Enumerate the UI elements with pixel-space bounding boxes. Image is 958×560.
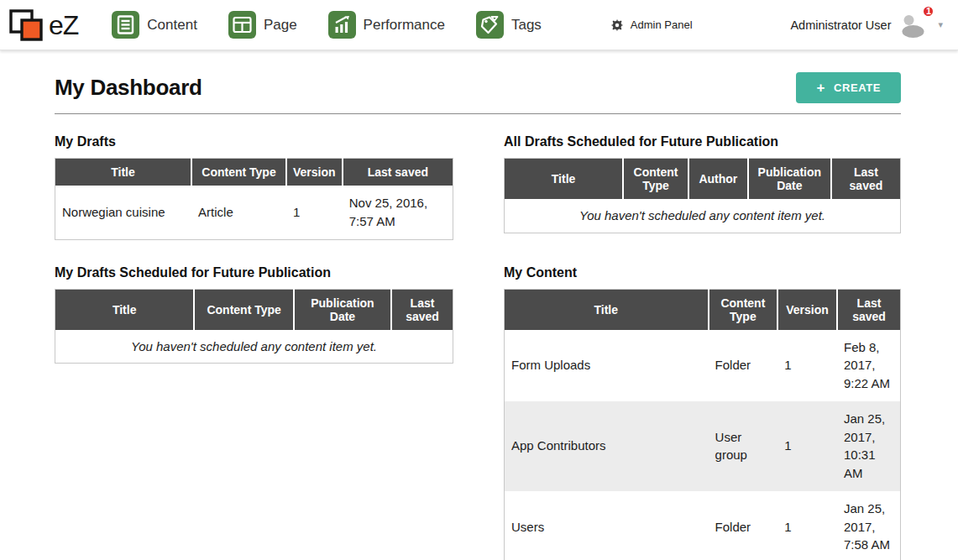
user-menu[interactable]: Administrator User 1 ▾ [790, 13, 943, 38]
column-header-title: Title [505, 159, 624, 200]
table-row[interactable]: UsersFolder1Jan 25, 2017, 7:58 AM [505, 491, 901, 560]
column-header-version: Version [286, 159, 343, 186]
plus-icon: + [816, 82, 825, 94]
table-row[interactable]: Norwegian cuisineArticle1Nov 25, 2016, 7… [55, 186, 453, 239]
cell: Folder [709, 491, 778, 560]
cell: Jan 25, 2017, 10:31 AM [837, 401, 901, 491]
create-button[interactable]: + CREATE [796, 72, 901, 103]
column-header-content-type: Content Type [194, 289, 294, 330]
section-title: My Drafts Scheduled for Future Publicati… [55, 265, 453, 280]
page-title: My Dashboard [55, 75, 202, 101]
cell: Folder [709, 330, 778, 401]
cell: Article [191, 186, 286, 239]
column-header-last-saved: Last saved [343, 159, 453, 186]
section-title: All Drafts Scheduled for Future Publicat… [504, 134, 901, 149]
user-avatar-icon: 1 [899, 13, 929, 38]
nav-item-label: Tags [511, 17, 542, 34]
column-header-author: Author [688, 159, 748, 200]
content-icon [112, 11, 139, 39]
nav-item-performance[interactable]: Performance [328, 11, 445, 39]
my-drafts-scheduled-table: TitleContent TypePublication DateLast sa… [55, 289, 453, 364]
notification-badge[interactable]: 1 [922, 5, 934, 18]
main-navigation: Content Page Per [112, 11, 542, 39]
cell: Feb 8, 2017, 9:22 AM [837, 330, 901, 401]
section-my-drafts-scheduled: My Drafts Scheduled for Future Publicati… [55, 265, 453, 364]
cell: 1 [777, 491, 837, 560]
column-header-content-type: Content Type [191, 159, 286, 186]
column-header-title: Title [55, 159, 192, 186]
cell: Form Uploads [505, 330, 709, 401]
table-row[interactable]: Form UploadsFolder1Feb 8, 2017, 9:22 AM [505, 330, 901, 401]
table-row[interactable]: App ContributorsUser group1Jan 25, 2017,… [505, 401, 901, 491]
all-drafts-scheduled-table: TitleContent TypeAuthorPublication DateL… [504, 158, 901, 233]
admin-panel-button[interactable]: Admin Panel [610, 18, 693, 32]
cell: Nov 25, 2016, 7:57 AM [343, 186, 453, 239]
nav-item-label: Page [264, 17, 297, 34]
cell: 1 [286, 186, 343, 239]
nav-item-page[interactable]: Page [228, 11, 297, 39]
nav-item-tags[interactable]: Tags [476, 11, 542, 39]
dashboard-grid: My Drafts TitleContent TypeVersionLast s… [55, 134, 901, 560]
empty-row: You haven't scheduled any content item y… [55, 330, 453, 364]
tags-icon [476, 11, 504, 39]
cell: Norwegian cuisine [55, 186, 192, 239]
empty-message: You haven't scheduled any content item y… [55, 330, 453, 364]
empty-message: You haven't scheduled any content item y… [505, 199, 901, 233]
section-title: My Content [504, 265, 901, 280]
title-divider [55, 113, 901, 114]
nav-item-content[interactable]: Content [112, 11, 197, 39]
admin-panel-label: Admin Panel [631, 18, 693, 31]
section-my-drafts: My Drafts TitleContent TypeVersionLast s… [55, 134, 453, 240]
cell: User group [709, 401, 778, 491]
page-icon [228, 11, 256, 39]
performance-icon [328, 11, 356, 39]
dashboard-page: My Dashboard + CREATE My Drafts TitleCon… [0, 50, 958, 560]
gear-icon [610, 18, 624, 32]
column-header-publication-date: Publication Date [748, 159, 831, 200]
section-all-drafts-scheduled: All Drafts Scheduled for Future Publicat… [504, 134, 901, 233]
ez-logo[interactable]: eZ [8, 7, 78, 44]
my-drafts-table: TitleContent TypeVersionLast savedNorweg… [55, 158, 453, 240]
ez-logo-icon [8, 7, 45, 44]
empty-row: You haven't scheduled any content item y… [505, 199, 901, 233]
chevron-down-icon: ▾ [938, 20, 943, 29]
column-header-content-type: Content Type [623, 159, 688, 200]
cell: App Contributors [505, 401, 709, 491]
column-header-title: Title [55, 289, 195, 330]
cell: Users [505, 491, 709, 560]
user-name: Administrator User [790, 18, 891, 32]
create-button-label: CREATE [834, 81, 881, 94]
column-header-title: Title [505, 289, 709, 330]
column-header-last-saved: Last saved [831, 159, 901, 200]
top-navigation-bar: eZ Content Page [0, 0, 958, 50]
cell: Jan 25, 2017, 7:58 AM [837, 491, 901, 560]
column-header-version: Version [777, 289, 837, 330]
column-header-last-saved: Last saved [391, 289, 453, 330]
my-content-table: TitleContent TypeVersionLast savedForm U… [504, 289, 901, 560]
page-header: My Dashboard + CREATE [55, 72, 901, 103]
nav-item-label: Performance [364, 17, 445, 34]
column-header-last-saved: Last saved [837, 289, 901, 330]
column-header-publication-date: Publication Date [294, 289, 391, 330]
column-header-content-type: Content Type [709, 289, 778, 330]
section-my-content: My Content TitleContent TypeVersionLast … [504, 265, 901, 560]
cell: 1 [777, 401, 837, 491]
ez-logo-text: eZ [49, 12, 78, 39]
section-title: My Drafts [55, 134, 453, 149]
cell: 1 [777, 330, 837, 401]
nav-item-label: Content [147, 17, 197, 34]
